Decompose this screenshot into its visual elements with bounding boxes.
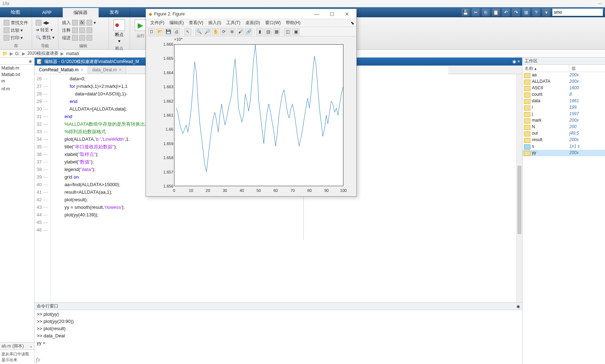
copy-icon[interactable]: ⎘ [482, 8, 490, 16]
close-button[interactable]: ✕ [341, 10, 353, 18]
indent-row[interactable]: 缩进 [61, 35, 106, 41]
find-button[interactable]: 🔍 查找 ▾ [34, 34, 56, 41]
workspace-row[interactable]: yy200x [522, 150, 605, 156]
zoom-in-icon[interactable]: 🔍 [195, 28, 203, 35]
editor-tab-1[interactable]: data_Deal.m× [88, 66, 126, 74]
workspace-row[interactable]: s1x1 s [522, 143, 605, 150]
line-number[interactable]: 27— [35, 82, 48, 90]
editor-tab-0[interactable]: ComRead_Matlab.m× [35, 66, 88, 74]
workspace-row[interactable]: N200 [522, 124, 605, 130]
minimize-icon[interactable]: — [598, 1, 602, 6]
redo-icon[interactable]: ↷ [512, 8, 520, 16]
script-header[interactable]: ab.m (脚本)⌄ [0, 342, 34, 350]
goto-button[interactable]: ➜ 转至 ▾ [34, 27, 56, 33]
panel-menu-icon[interactable]: ◉ [516, 304, 520, 309]
line-number[interactable]: 34— [35, 135, 48, 143]
line-number[interactable]: 38— [35, 166, 48, 173]
workspace-row[interactable]: result200x [522, 137, 605, 143]
menu-help[interactable]: 帮助(H) [284, 20, 303, 26]
line-number[interactable]: 26— [35, 75, 48, 82]
help-icon[interactable]: ? [532, 8, 540, 16]
line-number[interactable]: 46— [35, 226, 48, 234]
tab-plot[interactable]: 绘图 [0, 7, 31, 17]
line-number[interactable]: 39— [35, 173, 48, 181]
print-icon[interactable]: 🖨 [173, 28, 180, 35]
workspace-row[interactable]: count8 [522, 91, 605, 98]
print-button[interactable]: 打印 ▾ [2, 35, 30, 41]
breadcrumb-seg-1[interactable]: 2020模拟邀请赛 [27, 50, 59, 57]
workspace-row[interactable]: data1661 [522, 98, 605, 104]
close-icon[interactable]: × [81, 67, 83, 72]
find-files-button[interactable]: 查找文件 [2, 19, 30, 26]
tab-publish[interactable]: 发布 [99, 7, 130, 17]
editor-menu-icon[interactable]: ◉ [512, 59, 516, 64]
line-number[interactable]: 36— [35, 150, 48, 158]
open-icon[interactable]: 📂 [156, 28, 164, 35]
editor-close-icon[interactable]: × [517, 59, 520, 64]
line-number[interactable]: 40— [35, 181, 48, 188]
menu-desktop[interactable]: 桌面(D) [243, 20, 262, 26]
tab-editor[interactable]: 编辑器 [63, 7, 99, 17]
minimize-button[interactable]: — [310, 10, 323, 18]
line-number[interactable]: 42— [35, 196, 48, 203]
figure-window[interactable]: ◆ Figure 2: Figure — ☐ ✕ 文件(F) 编辑(E) 查看(… [146, 9, 357, 197]
maximize-button[interactable]: ☐ [325, 10, 338, 18]
file-item[interactable]: m [0, 78, 34, 84]
axes-icon[interactable]: ▦ [273, 28, 280, 35]
line-number[interactable]: 37— [35, 158, 48, 166]
line-number[interactable]: 35— [35, 143, 48, 150]
tab-app[interactable]: APP [31, 7, 63, 17]
menu-window[interactable]: 窗口(W) [263, 20, 283, 26]
workspace-row[interactable]: j1597 [522, 111, 605, 117]
menu-file[interactable]: 文件(F) [148, 20, 166, 26]
workspace-col-value[interactable]: 值 [569, 65, 578, 72]
nav-back-fwd[interactable]: ◀▶ [34, 19, 56, 26]
menu-edit[interactable]: 编辑(E) [167, 20, 186, 26]
layout1-icon[interactable]: ◫ [284, 28, 291, 35]
legend-icon[interactable]: ▤ [264, 28, 272, 35]
line-number[interactable]: 31— [35, 113, 48, 120]
compare-button[interactable]: 比较 ▾ [2, 27, 30, 34]
line-number[interactable]: 30— [35, 105, 48, 113]
menu-insert[interactable]: 插入(I) [206, 20, 223, 26]
workspace-header[interactable]: 名称 ▴ 值 [522, 65, 605, 72]
brush-icon[interactable]: 🖌 [237, 28, 244, 35]
close-icon[interactable]: × [119, 67, 121, 72]
figure-title-bar[interactable]: ◆ Figure 2: Figure — ☐ ✕ [146, 9, 356, 19]
menu-tools[interactable]: 工具(T) [224, 20, 243, 26]
line-number[interactable]: 44— [35, 211, 48, 219]
workspace-row[interactable]: i199 [522, 104, 605, 111]
line-number[interactable]: 28— [35, 90, 48, 98]
rotate-icon[interactable]: ⟳ [220, 28, 227, 35]
workspace-row[interactable]: out[49;5 [522, 130, 605, 137]
layout2-icon[interactable]: ▣ [292, 28, 299, 35]
colorbar-icon[interactable]: ▮ [256, 28, 263, 35]
save-icon[interactable]: 💾 [165, 28, 172, 35]
pan-icon[interactable]: ✋ [212, 28, 219, 35]
undo-icon[interactable]: ↶ [502, 8, 510, 16]
data-cursor-icon[interactable]: ⊕ [228, 28, 236, 35]
editor-scrollbar[interactable] [516, 74, 522, 302]
switch-window-icon[interactable]: ⊞ [522, 8, 530, 16]
paste-icon[interactable]: 📋 [492, 8, 500, 16]
line-number[interactable]: 33— [35, 128, 48, 135]
axes[interactable] [174, 44, 343, 186]
pointer-icon[interactable]: ↖ [184, 28, 191, 35]
command-window-body[interactable]: fx >> plot(yy)>> plot(yy(20:90))>> plot(… [35, 310, 522, 364]
menu-more-icon[interactable]: ⬊ [351, 21, 354, 26]
search-input[interactable] [552, 9, 603, 16]
panel-menu-icon[interactable]: ◉ [28, 59, 32, 64]
line-number[interactable]: 32— [35, 120, 48, 128]
save-icon[interactable]: 💾 [462, 8, 470, 16]
line-number[interactable]: 43— [35, 203, 48, 211]
line-number[interactable]: 45— [35, 219, 48, 226]
line-number[interactable]: 29— [35, 98, 48, 105]
link-icon[interactable]: 🔗 [245, 28, 252, 35]
workspace-col-name[interactable]: 名称 ▴ [522, 65, 569, 72]
workspace-row[interactable]: aa200x [522, 72, 605, 78]
cut-icon[interactable]: ✂ [472, 8, 480, 16]
file-item[interactable]: Matlab.m [0, 65, 34, 71]
comment-row[interactable]: 注释 [61, 27, 106, 34]
file-item[interactable]: Matlab.txt [0, 71, 34, 78]
menu-view[interactable]: 查看(V) [187, 20, 205, 26]
